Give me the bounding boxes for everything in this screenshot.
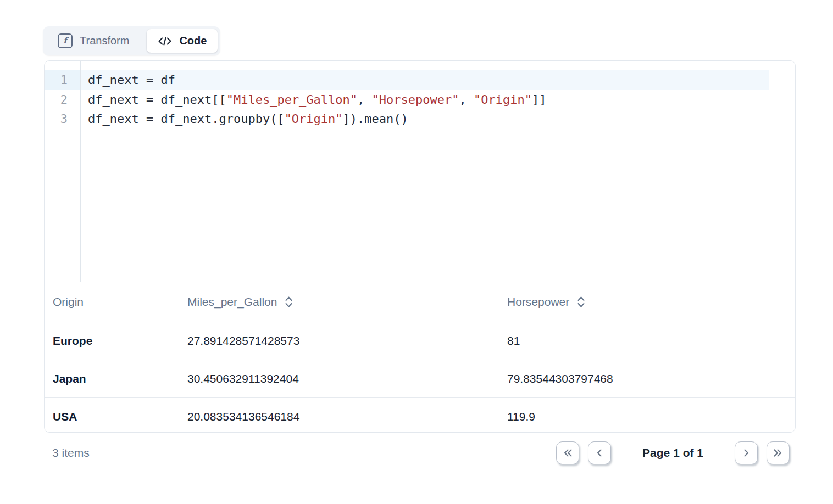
first-page-button[interactable] <box>556 441 579 464</box>
code-token: df_next = df_next[[ <box>88 93 226 107</box>
mpg-cell: 27.891428571428573 <box>179 334 499 348</box>
table-footer: 3 items Page 1 of 1 <box>44 437 796 469</box>
code-token: df_next = df_next.groupby([ <box>88 112 285 126</box>
row-index-cell: USA <box>45 410 179 423</box>
mpg-cell: 20.083534136546184 <box>179 410 499 423</box>
sort-vertical-icon[interactable] <box>577 295 585 309</box>
line-number: 1 <box>45 70 80 90</box>
horsepower-cell: 79.83544303797468 <box>499 372 795 385</box>
column-header-origin: Origin <box>45 295 179 309</box>
tab-code[interactable]: Code <box>147 29 218 53</box>
code-editor[interactable]: 1 2 3 df_next = df df_next = df_next[["M… <box>45 61 795 282</box>
horsepower-cell: 119.9 <box>499 410 795 423</box>
last-page-button[interactable] <box>767 441 790 464</box>
line-number-gutter: 1 2 3 <box>45 61 81 282</box>
column-label: Origin <box>53 295 84 309</box>
chevrons-right-icon <box>771 446 785 460</box>
code-token: , <box>459 93 474 107</box>
row-index-cell: Japan <box>45 372 179 385</box>
column-label: Horsepower <box>507 295 569 309</box>
chevron-right-icon <box>740 446 753 460</box>
table-row: Europe 27.891428571428573 81 <box>45 322 795 360</box>
sort-vertical-icon[interactable] <box>285 295 293 309</box>
code-line-2: df_next = df_next[["Miles_per_Gallon", "… <box>81 90 795 110</box>
table-row: USA 20.083534136546184 119.9 <box>45 397 795 435</box>
chevrons-left-icon <box>561 446 574 460</box>
table-row: Japan 30.450632911392404 79.835443037974… <box>45 360 795 397</box>
string-token: "Origin" <box>474 93 532 107</box>
line-number: 2 <box>45 90 80 110</box>
result-panel: 1 2 3 df_next = df df_next = df_next[["M… <box>44 60 796 433</box>
column-header-miles-per-gallon[interactable]: Miles_per_Gallon <box>179 295 499 309</box>
function-icon <box>58 33 73 48</box>
mpg-cell: 30.450632911392404 <box>179 372 499 385</box>
table-header: Origin Miles_per_Gallon Horsepower <box>45 282 795 322</box>
column-label: Miles_per_Gallon <box>187 295 277 309</box>
code-token: ]).mean() <box>343 112 408 126</box>
string-token: "Origin" <box>285 112 343 126</box>
string-token: "Miles_per_Gallon" <box>226 93 357 107</box>
tab-transform[interactable]: Transform <box>43 26 144 55</box>
page-indicator: Page 1 of 1 <box>642 446 703 460</box>
next-page-button[interactable] <box>735 441 758 464</box>
line-number: 3 <box>45 109 80 129</box>
pagination: Page 1 of 1 <box>556 441 790 464</box>
tab-transform-label: Transform <box>80 35 129 47</box>
view-toggle: Transform Code <box>43 26 220 55</box>
transform-widget: Transform Code 1 2 3 df_next = df df_nex… <box>0 0 833 504</box>
previous-page-button[interactable] <box>588 441 611 464</box>
code-slash-icon <box>158 36 172 47</box>
string-token: "Horsepower" <box>372 93 459 107</box>
row-index-cell: Europe <box>45 334 179 348</box>
code-token: ]] <box>532 93 547 107</box>
code-token: , <box>357 93 372 107</box>
code-content: df_next = df df_next = df_next[["Miles_p… <box>81 61 795 282</box>
code-line-1: df_next = df <box>81 70 769 90</box>
horsepower-cell: 81 <box>499 334 795 348</box>
items-count: 3 items <box>52 446 90 460</box>
code-token: df_next = df <box>88 73 175 87</box>
column-header-horsepower[interactable]: Horsepower <box>499 295 795 309</box>
chevron-left-icon <box>593 446 606 460</box>
tab-code-label: Code <box>179 35 207 47</box>
code-line-3: df_next = df_next.groupby(["Origin"]).me… <box>81 109 795 129</box>
